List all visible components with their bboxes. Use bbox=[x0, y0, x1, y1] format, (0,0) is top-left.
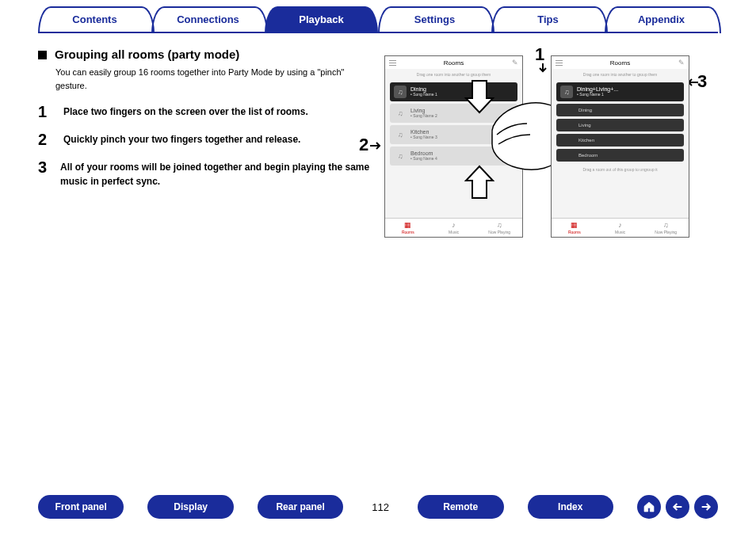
song-name: • Song Name 1 bbox=[410, 93, 437, 97]
room-row: ♫ Living• Song Name 2 bbox=[390, 104, 517, 123]
edit-icon: ✎ bbox=[512, 59, 518, 67]
nav-index[interactable]: Index bbox=[528, 495, 613, 519]
illustration: 1 2 3 Rooms ✎ Drag one room into another… bbox=[384, 48, 693, 253]
tab-settings[interactable]: Settings bbox=[378, 6, 491, 33]
nowplaying-icon: ♫ bbox=[497, 221, 502, 229]
home-icon bbox=[643, 501, 655, 513]
music-icon: ♫ bbox=[560, 86, 573, 98]
tab-label: Music bbox=[615, 230, 625, 234]
music-icon: ♪ bbox=[452, 221, 456, 229]
section-title-text: Grouping all rooms (party mode) bbox=[55, 48, 239, 61]
phone-after: Rooms ✎ Drag one room into another to gr… bbox=[551, 55, 689, 238]
step-1: 1 Place two fingers on the screen over t… bbox=[38, 103, 372, 121]
tab-label: Now Playing bbox=[488, 230, 510, 234]
nav-rear-panel[interactable]: Rear panel bbox=[258, 495, 343, 519]
tab-contents[interactable]: Contents bbox=[38, 6, 151, 33]
nowplaying-icon: ♫ bbox=[663, 221, 669, 229]
tab-connections[interactable]: Connections bbox=[151, 6, 265, 33]
tab-label: Rooms bbox=[568, 230, 581, 234]
music-icon: ♫ bbox=[394, 128, 407, 141]
step-number: 2 bbox=[38, 131, 51, 149]
group-member-row: Bedroom bbox=[556, 149, 684, 162]
section-heading: Grouping all rooms (party mode) bbox=[38, 48, 372, 61]
group-member-row: Dining bbox=[556, 104, 684, 116]
ungroup-hint: Drag a room out of this group to ungroup… bbox=[552, 164, 689, 175]
hamburger-icon bbox=[389, 59, 396, 66]
song-name: • Song Name 4 bbox=[410, 157, 437, 162]
arrow-left-icon bbox=[671, 501, 684, 513]
callout-3: 3 bbox=[697, 71, 707, 92]
tab-playback[interactable]: Playback bbox=[265, 6, 378, 33]
top-tabs: Contents Connections Playback Settings T… bbox=[0, 0, 756, 33]
bottom-nav: Front panel Display Rear panel 112 Remot… bbox=[0, 495, 756, 519]
step-3: 3 All of your rooms will be joined toget… bbox=[38, 158, 372, 188]
room-row: ♫ Dining• Song Name 1 bbox=[390, 82, 517, 101]
phone-title: Rooms bbox=[610, 59, 630, 67]
group-member-row: Living bbox=[556, 119, 684, 131]
arrow-down-icon bbox=[538, 63, 548, 74]
step-2: 2 Quickly pinch your two fingers togethe… bbox=[38, 131, 372, 149]
callout-2: 2 bbox=[359, 135, 368, 155]
page-number: 112 bbox=[372, 501, 389, 513]
section-intro: You can easily group 16 rooms together i… bbox=[55, 66, 372, 92]
tab-label: Music bbox=[449, 230, 459, 234]
music-icon: ♫ bbox=[394, 107, 407, 120]
phone-bottom-bar: ▦Rooms ♪Music ♫Now Playing bbox=[385, 218, 522, 237]
tab-appendix[interactable]: Appendix bbox=[605, 6, 718, 33]
phone-bottom-bar: ▦Rooms ♪Music ♫Now Playing bbox=[552, 218, 689, 237]
phone-before: Rooms ✎ Drag one room into another to gr… bbox=[384, 55, 523, 238]
prev-page-button[interactable] bbox=[666, 495, 689, 519]
rooms-icon: ▦ bbox=[404, 221, 411, 229]
phone-hint: Drag one room into another to group them bbox=[552, 69, 689, 80]
step-number: 3 bbox=[38, 158, 48, 188]
music-icon: ♪ bbox=[618, 221, 622, 229]
tab-label: Rooms bbox=[402, 230, 414, 234]
edit-icon: ✎ bbox=[678, 59, 685, 67]
nav-display[interactable]: Display bbox=[147, 495, 233, 519]
song-name: • Song Name 3 bbox=[410, 135, 437, 140]
hamburger-icon bbox=[556, 59, 563, 66]
step-number: 1 bbox=[38, 103, 51, 121]
step-text: Place two fingers on the screen over the… bbox=[63, 103, 308, 121]
nav-front-panel[interactable]: Front panel bbox=[38, 495, 124, 519]
rooms-icon: ▦ bbox=[571, 221, 578, 229]
bullet-square-icon bbox=[38, 51, 47, 59]
song-name: • Song Name 2 bbox=[410, 114, 437, 119]
room-row: ♫ Bedroom• Song Name 4 bbox=[390, 147, 517, 166]
next-page-button[interactable] bbox=[694, 495, 718, 519]
room-row: ♫ Kitchen• Song Name 3 bbox=[390, 125, 517, 144]
home-button[interactable] bbox=[637, 495, 661, 519]
arrow-right-icon bbox=[370, 141, 384, 150]
group-header-row: ♫ Dining+Living+...• Song Name 1 bbox=[556, 82, 684, 101]
step-text: Quickly pinch your two fingers together … bbox=[63, 131, 300, 149]
phone-title: Rooms bbox=[444, 59, 464, 67]
arrow-right-icon bbox=[700, 501, 712, 513]
step-text: All of your rooms will be joined togethe… bbox=[60, 158, 372, 188]
song-name: • Song Name 1 bbox=[577, 93, 618, 97]
tab-tips[interactable]: Tips bbox=[491, 6, 605, 33]
group-member-row: Kitchen bbox=[556, 134, 684, 147]
phone-header: Rooms ✎ bbox=[552, 56, 689, 69]
nav-remote[interactable]: Remote bbox=[418, 495, 503, 519]
music-icon: ♫ bbox=[394, 150, 407, 162]
tab-label: Now Playing bbox=[655, 230, 677, 234]
phone-hint: Drag one room into another to group them bbox=[385, 69, 522, 80]
music-icon: ♫ bbox=[394, 86, 407, 98]
phone-header: Rooms ✎ bbox=[385, 56, 522, 69]
callout-1: 1 bbox=[535, 44, 544, 65]
